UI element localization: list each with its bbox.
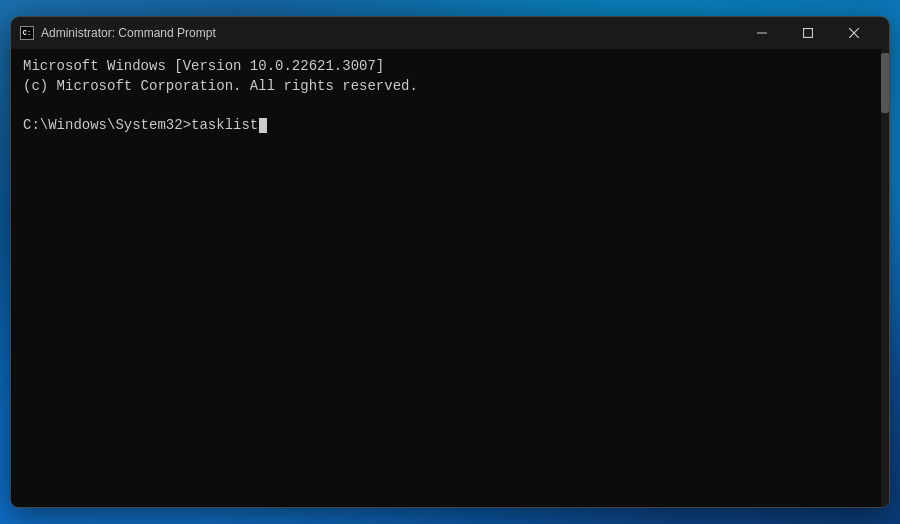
close-icon bbox=[849, 28, 859, 38]
close-button[interactable] bbox=[831, 17, 877, 49]
scrollbar-thumb[interactable] bbox=[881, 53, 889, 113]
maximize-icon bbox=[803, 28, 813, 38]
window-title: Administrator: Command Prompt bbox=[41, 26, 216, 40]
maximize-button[interactable] bbox=[785, 17, 831, 49]
title-left: C: Administrator: Command Prompt bbox=[19, 25, 216, 41]
command-prompt-window: C: Administrator: Command Prompt bbox=[10, 16, 890, 508]
scrollbar[interactable] bbox=[881, 49, 889, 507]
terminal-line-3 bbox=[23, 96, 877, 116]
svg-rect-1 bbox=[804, 29, 813, 38]
window-controls bbox=[739, 17, 877, 49]
minimize-button[interactable] bbox=[739, 17, 785, 49]
minimize-icon bbox=[757, 28, 767, 38]
terminal-prompt: C:\Windows\System32>tasklist bbox=[23, 116, 258, 136]
cmd-icon: C: bbox=[19, 25, 35, 41]
terminal-body[interactable]: Microsoft Windows [Version 10.0.22621.30… bbox=[11, 49, 889, 507]
prompt-line: C:\Windows\System32>tasklist bbox=[23, 116, 877, 136]
cursor bbox=[259, 118, 267, 133]
title-bar: C: Administrator: Command Prompt bbox=[11, 17, 889, 49]
terminal-line-2: (c) Microsoft Corporation. All rights re… bbox=[23, 77, 877, 97]
cmd-icon-text: C: bbox=[23, 30, 31, 37]
terminal-line-1: Microsoft Windows [Version 10.0.22621.30… bbox=[23, 57, 877, 77]
